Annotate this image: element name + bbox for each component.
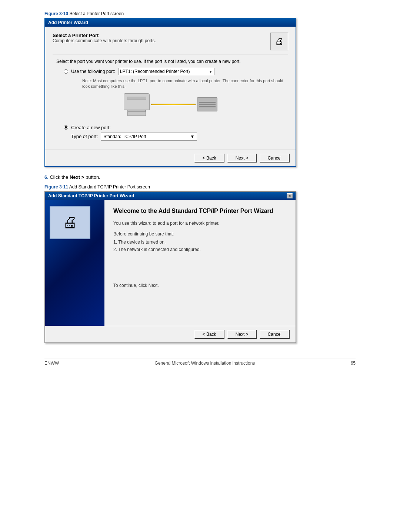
dialog1-body: Select a Printer Port Computers communic… [45,27,296,150]
connector-pin-2 [199,104,216,105]
page-footer: ENWW General Microsoft Windows installat… [44,358,356,366]
printer-base [128,110,146,112]
figure-10-caption: Select a Printer Port screen [69,11,124,16]
tcp-next-button[interactable]: Next > [227,330,257,339]
type-of-port-value: Standard TCP/IP Port [103,134,146,139]
figure-11-label: Figure 3-11 Add Standard TCP/IP Printer … [44,184,356,190]
dialog1-titlebar: Add Printer Wizard [45,19,296,27]
use-port-radio[interactable] [64,69,68,74]
step-6: 6. Click the Next > button. [44,174,356,180]
printer-slot [127,97,146,100]
tcp-body: 🖨 Welcome to the Add Standard TCP/IP Pri… [45,200,296,326]
port-dropdown-value: LPT1: (Recommended Printer Port) [120,69,190,74]
footer-left: ENWW [44,361,59,366]
tcp-wizard-dialog: Add Standard TCP/IP Printer Port Wizard … [44,191,296,343]
tcp-welcome-title: Welcome to the Add Standard TCP/IP Print… [113,207,287,215]
port-dropdown[interactable]: LPT1: (Recommended Printer Port) ▼ [118,68,214,75]
figure-11-number: Figure 3-11 [44,184,68,190]
tcp-continue-text: To continue, click Next. [113,283,287,288]
printer-illustration [53,93,288,116]
step-6-text2: button. [86,174,100,180]
use-following-port-option: Use the following port: LPT1: (Recommend… [64,68,288,75]
tcp-prereq-items: 1. The device is turned on. 2. The netwo… [113,239,287,253]
connector-pin-1 [199,102,216,103]
wizard-header-text: Select a Printer Port Computers communic… [53,33,156,43]
dialog1-back-button[interactable]: < Back [194,154,224,163]
create-new-port-section: Create a new port: Type of port: Standar… [53,122,288,144]
tcp-dialog-title: Add Standard TCP/IP Printer Port Wizard [48,193,134,198]
tcp-prereq-2: 2. The network is connected and configur… [113,246,287,253]
dialog1-footer: < Back Next > Cancel [45,150,296,166]
port-dropdown-arrow-icon: ▼ [209,70,213,74]
tcp-cancel-button[interactable]: Cancel [260,330,290,339]
dialog1-next-button[interactable]: Next > [227,154,257,163]
type-of-port-arrow-icon: ▼ [190,134,194,139]
port-instruction: Select the port you want your printer to… [56,59,284,64]
printer-shape-left [124,93,150,116]
step-6-text: Click the [50,174,68,180]
dialog1-title: Add Printer Wizard [48,20,88,25]
footer-center: General Microsoft Windows installation i… [155,361,255,366]
create-port-label: Create a new port: [71,125,111,130]
printer-icon: 🖨 [270,33,288,50]
tcp-content: Welcome to the Add Standard TCP/IP Print… [104,200,296,326]
create-port-radio[interactable] [64,125,68,130]
connector-body [197,97,217,111]
figure-10-number: Figure 3-10 [44,11,68,16]
add-printer-wizard-dialog: Add Printer Wizard Select a Printer Port… [44,18,296,167]
wizard-header-subtitle: Computers communicate with printers thro… [53,38,156,43]
tcp-footer: < Back Next > Cancel [45,326,296,342]
tcp-printer-symbol: 🖨 [63,214,77,231]
tcp-back-button[interactable]: < Back [194,330,224,339]
step-6-number: 6. [44,174,49,180]
tcp-titlebar: Add Standard TCP/IP Printer Port Wizard … [45,192,296,200]
figure-10-label: Figure 3-10 Select a Printer Port screen [44,11,356,16]
tcp-close-button[interactable]: × [287,193,293,198]
tcp-prereq-intro: Before continuing be sure that: [113,231,287,237]
printer-cable [151,104,196,105]
tcp-prereq-1: 1. The device is turned on. [113,239,287,246]
wizard-body-text: Select the port you want your printer to… [53,59,288,64]
use-port-label: Use the following port: [71,69,115,74]
figure-11-caption: Add Standard TCP/IP Printer Port screen [69,184,150,190]
wizard-header-title: Select a Printer Port [53,33,156,38]
tcp-sidebar: 🖨 [45,200,104,326]
port-note: Note: Most computers use the LPT1: port … [82,78,288,90]
connector-group [197,97,217,111]
type-of-port-select[interactable]: Standard TCP/IP Port ▼ [101,133,197,141]
create-port-row: Create a new port: [64,125,288,130]
connector-pin-3 [199,106,216,107]
step-6-bold: Next > [70,174,84,180]
printer-body [124,93,150,110]
tcp-sidebar-printer-icon: 🖨 [50,206,90,239]
type-of-port-label: Type of port: [71,134,98,139]
type-of-port-row: Type of port: Standard TCP/IP Port ▼ [71,133,288,141]
dialog1-cancel-button[interactable]: Cancel [260,154,290,163]
tcp-sidebar-bg: 🖨 [45,200,104,326]
wizard-header: Select a Printer Port Computers communic… [53,33,288,54]
tcp-desc: You use this wizard to add a port for a … [113,220,287,227]
footer-page: 65 [351,361,356,366]
